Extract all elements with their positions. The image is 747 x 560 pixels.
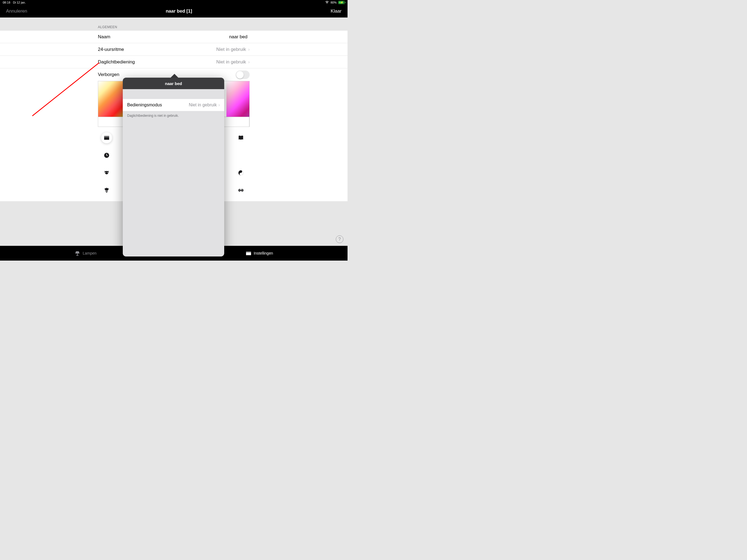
row-24-rhythm-value: Niet in gebruik	[216, 47, 246, 52]
status-date: Di 12 jan.	[13, 1, 26, 4]
battery-percent: 80%	[331, 1, 337, 4]
svg-point-3	[241, 174, 241, 175]
daylight-popover: naar bed Bedieningsmodus Niet in gebruik…	[123, 78, 224, 256]
chevron-right-icon: ›	[248, 59, 250, 65]
color-gradient-pink[interactable]	[226, 81, 249, 117]
popover-arrow	[171, 74, 178, 78]
scene-icon-dumbbell[interactable]	[235, 185, 247, 196]
help-button[interactable]: ?	[336, 235, 343, 243]
svg-rect-8	[242, 189, 243, 191]
status-bar: 08:18 Di 12 jan. 80% ⚡	[0, 0, 347, 5]
popover-mode-label: Bedieningsmodus	[127, 103, 189, 107]
scene-icon-yinyang[interactable]	[235, 167, 247, 178]
color-slot-1[interactable]	[98, 117, 124, 127]
row-name-label: Naam	[98, 34, 229, 40]
scene-icon-mask[interactable]	[101, 167, 112, 178]
toggle-knob	[236, 71, 243, 78]
lamp-icon	[74, 250, 80, 256]
settings-list: Naam naar bed 24-uursritme Niet in gebru…	[0, 31, 347, 81]
scene-icon-book[interactable]	[235, 132, 247, 143]
nav-bar: Annuleren naar bed [1] Klaar	[0, 5, 347, 18]
color-slot-2[interactable]	[234, 117, 249, 127]
svg-rect-6	[240, 190, 242, 191]
row-24-rhythm[interactable]: 24-uursritme Niet in gebruik ›	[0, 43, 347, 56]
row-24-rhythm-label: 24-uursritme	[98, 47, 216, 52]
tab-lampen[interactable]: Lampen	[74, 250, 97, 256]
popover-footer-text: Daglichtbediening is niet in gebruik.	[123, 111, 224, 120]
battery-icon: ⚡	[338, 1, 345, 4]
svg-rect-5	[239, 189, 240, 192]
row-name[interactable]: Naam naar bed	[0, 31, 347, 43]
svg-rect-4	[238, 189, 239, 191]
cancel-button[interactable]: Annuleren	[6, 8, 27, 14]
popover-mode-value: Niet in gebruik	[189, 103, 216, 107]
row-hidden-label: Verborgen	[98, 72, 236, 77]
row-daylight[interactable]: Daglichtbediening Niet in gebruik ›	[0, 56, 347, 68]
scene-icon-chef[interactable]	[101, 185, 112, 196]
scene-icon-clapper[interactable]	[101, 132, 112, 143]
row-daylight-label: Daglichtbediening	[98, 59, 216, 65]
tab-settings[interactable]: Instellingen	[246, 250, 273, 256]
page-title: naar bed [1]	[166, 8, 192, 14]
scene-icon-moon[interactable]	[235, 150, 247, 161]
chevron-right-icon: ›	[248, 47, 250, 52]
svg-point-2	[241, 171, 241, 172]
svg-rect-7	[242, 189, 242, 192]
row-name-value: naar bed	[229, 34, 248, 40]
tab-settings-label: Instellingen	[254, 251, 273, 255]
settings-icon	[246, 250, 252, 256]
status-time: 08:18	[3, 1, 10, 4]
chevron-right-icon: ›	[218, 103, 220, 107]
wifi-icon	[325, 1, 329, 4]
popover-title: naar bed	[123, 78, 224, 89]
hidden-toggle[interactable]	[236, 71, 250, 79]
scene-icon-clock[interactable]	[101, 150, 112, 161]
tab-lampen-label: Lampen	[83, 251, 97, 255]
section-header-general: ALGEMEEN	[0, 18, 347, 31]
popover-row-mode[interactable]: Bedieningsmodus Niet in gebruik ›	[123, 99, 224, 111]
color-gradient-warm[interactable]	[98, 81, 124, 117]
row-daylight-value: Niet in gebruik	[216, 59, 246, 65]
done-button[interactable]: Klaar	[331, 8, 341, 14]
